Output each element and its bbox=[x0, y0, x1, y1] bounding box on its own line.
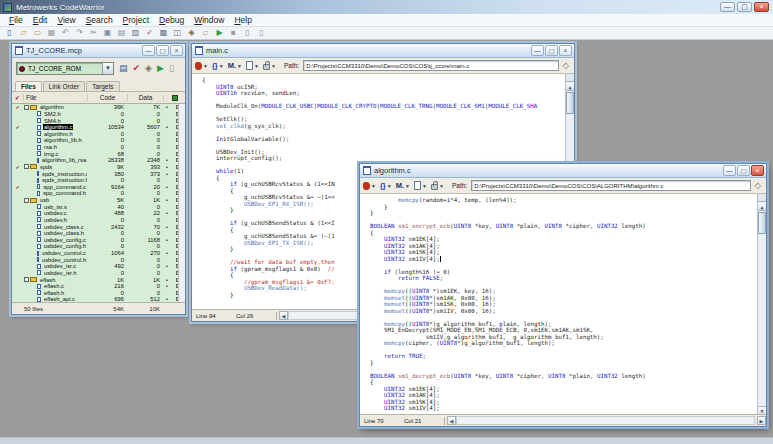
table-row[interactable]: usb_isr.s400 bbox=[12, 203, 185, 210]
dropdown-arrow-icon[interactable]: ▼ bbox=[102, 63, 113, 74]
algo-code-area[interactable]: memcpy(random+i*4, temp, (len%4)); }} BO… bbox=[360, 194, 766, 414]
check-syntax-icon[interactable]: ✓ bbox=[144, 28, 155, 38]
table-row[interactable]: spds_instruction.h00 bbox=[12, 177, 185, 184]
project-minimize-button[interactable]: — bbox=[142, 45, 155, 56]
table-row[interactable]: ✔-algorithm36K7K• bbox=[12, 104, 185, 111]
file-name[interactable]: rsa.h bbox=[43, 144, 58, 150]
table-row[interactable]: usbdev_config.c01168• bbox=[12, 237, 185, 244]
file-name[interactable]: usbdev.c bbox=[43, 210, 68, 216]
menu-search[interactable]: Search bbox=[81, 15, 118, 25]
file-name[interactable]: usbdev_config.h bbox=[43, 243, 87, 249]
target-dropdown[interactable]: TJ_CCORE_ROM ▼ bbox=[16, 62, 114, 75]
algo-close-button[interactable]: × bbox=[751, 165, 764, 176]
menu-project[interactable]: Project bbox=[118, 15, 154, 25]
table-row[interactable]: algorithm.h00 bbox=[12, 131, 185, 138]
function-popup[interactable]: ▼ bbox=[195, 62, 208, 70]
table-row[interactable]: rsa.h00 bbox=[12, 144, 185, 151]
file-name[interactable]: usbdev_class.h bbox=[43, 230, 85, 236]
make-icon[interactable]: ▩ bbox=[158, 28, 169, 38]
file-name[interactable]: spds_instruction.h bbox=[41, 177, 87, 183]
file-list-header[interactable]: ✔ File Code Data bbox=[12, 92, 185, 104]
menu-help[interactable]: Help bbox=[229, 15, 256, 25]
settings-icon[interactable]: ◈ bbox=[186, 28, 197, 38]
table-row[interactable]: ✔spp_command.c916420• bbox=[12, 184, 185, 191]
table-row[interactable]: eflash_api.c696512• bbox=[12, 296, 185, 302]
algo-path-field[interactable]: D:\Projects\CCM3310\Demo\DemoCOS\COS\ALG… bbox=[471, 180, 751, 191]
project-scrollbar[interactable] bbox=[178, 104, 185, 302]
file-name[interactable]: algorithm.c bbox=[43, 124, 73, 130]
menu-edit[interactable]: Edit bbox=[28, 15, 53, 25]
doc1-icon[interactable]: ▯ bbox=[242, 28, 253, 38]
run-icon[interactable]: ▶ bbox=[214, 28, 225, 38]
table-row[interactable]: -usb5K1K• bbox=[12, 197, 185, 204]
table-row[interactable]: SM2.h00 bbox=[12, 111, 185, 118]
window-icon[interactable]: ◫ bbox=[172, 28, 183, 38]
file-name[interactable]: spds_instruction.c bbox=[41, 171, 87, 177]
file-name[interactable]: spds bbox=[39, 164, 53, 170]
algo-hscroll-left-icon[interactable]: ◀ bbox=[447, 416, 456, 425]
file-name[interactable]: usbdev_control.h bbox=[41, 257, 87, 263]
table-row[interactable]: ✔algorithm.c105345607• bbox=[12, 124, 185, 131]
data-column-header[interactable]: Data bbox=[127, 94, 163, 101]
tab-targets[interactable]: Targets bbox=[86, 81, 119, 91]
check-syntax-icon[interactable]: ✔ bbox=[133, 63, 141, 74]
table-row[interactable]: usbdev_isr.h00 bbox=[12, 270, 185, 277]
main-hscroll-left-icon[interactable]: ◀ bbox=[279, 311, 288, 320]
file-name[interactable]: usbdev_config.c bbox=[43, 237, 87, 243]
table-row[interactable]: algorithm_lib.h00 bbox=[12, 137, 185, 144]
code-column-header[interactable]: Code bbox=[87, 94, 127, 101]
algo-maximize-button[interactable]: ▢ bbox=[737, 165, 750, 176]
algo-hscroll-right-icon[interactable]: ▶ bbox=[757, 416, 766, 425]
table-row[interactable]: -eflash1K1K• bbox=[12, 276, 185, 283]
main-minimize-button[interactable]: — bbox=[531, 45, 544, 56]
tab-files[interactable]: Files bbox=[15, 81, 42, 91]
main-path-field[interactable]: D:\Projects\CCM3310\Demo\DemoCOS\COS\tj_… bbox=[303, 60, 559, 71]
project-maximize-button[interactable]: ▢ bbox=[156, 45, 169, 56]
table-row[interactable]: usbdev_isr.c4920• bbox=[12, 263, 185, 270]
table-row[interactable]: SM4.h00 bbox=[12, 117, 185, 124]
menu-debug[interactable]: Debug bbox=[154, 15, 189, 25]
main-editor-title-bar[interactable]: main.c — ▢ × bbox=[192, 44, 574, 58]
file-name[interactable]: usb bbox=[39, 197, 50, 203]
run-icon[interactable]: ▶ bbox=[157, 63, 164, 74]
file-name[interactable]: eflash bbox=[39, 277, 56, 283]
copy-icon[interactable]: ▣ bbox=[102, 28, 113, 38]
table-row[interactable]: usbdev_class.c243270• bbox=[12, 223, 185, 230]
app-title-bar[interactable]: Metrowerks CodeWarrior — ▢ × bbox=[0, 0, 773, 14]
file-name[interactable]: spp_command.h bbox=[42, 190, 87, 196]
menu-view[interactable]: View bbox=[52, 15, 80, 25]
algo-minimize-button[interactable]: — bbox=[723, 165, 736, 176]
lock-popup[interactable]: ▼ bbox=[263, 61, 276, 70]
function-popup[interactable]: ▼ bbox=[363, 182, 376, 190]
project-close-button[interactable]: × bbox=[170, 45, 183, 56]
table-row[interactable]: usbdev_control.h00 bbox=[12, 256, 185, 263]
tab-link-order[interactable]: Link Order bbox=[43, 81, 85, 91]
project-title-bar[interactable]: TJ_CCORE.mcp — ▢ × bbox=[12, 44, 185, 58]
file-name[interactable]: SM2.h bbox=[43, 111, 62, 117]
algo-hscrollbar[interactable] bbox=[456, 416, 755, 425]
make-icon[interactable]: ◈ bbox=[145, 63, 152, 74]
undo-icon[interactable]: ↶ bbox=[60, 28, 71, 38]
table-row[interactable]: usbdev_config.h00 bbox=[12, 243, 185, 250]
table-row[interactable]: usbdev_control.c1064270• bbox=[12, 250, 185, 257]
document-popup[interactable]: ▼ bbox=[246, 61, 259, 70]
paste-icon[interactable]: ▤ bbox=[116, 28, 127, 38]
file-name[interactable]: usbdev_isr.h bbox=[43, 270, 78, 276]
table-row[interactable]: usbdev.c48822• bbox=[12, 210, 185, 217]
menu-file[interactable]: File bbox=[4, 15, 28, 25]
collapse-icon[interactable]: - bbox=[24, 198, 29, 203]
debug-icon[interactable]: ▯ bbox=[169, 63, 174, 74]
table-row[interactable]: spp_command.h00 bbox=[12, 190, 185, 197]
file-name[interactable]: spp_command.c bbox=[42, 184, 87, 190]
file-name[interactable]: usb_isr.s bbox=[43, 204, 68, 210]
synchronize-icon[interactable]: ▤ bbox=[119, 63, 128, 74]
file-name[interactable]: SM4.h bbox=[43, 118, 62, 124]
doc2-icon[interactable]: ▯ bbox=[256, 28, 267, 38]
app-close-button[interactable]: × bbox=[754, 2, 769, 12]
table-row[interactable]: usbdev.h00 bbox=[12, 217, 185, 224]
file-name[interactable]: usbdev_isr.c bbox=[43, 263, 77, 269]
save-icon[interactable]: ▦ bbox=[46, 28, 57, 38]
file-name[interactable]: eflash_api.c bbox=[43, 296, 76, 302]
table-row[interactable]: eflash.c2160• bbox=[12, 283, 185, 290]
file-name[interactable]: algorithm bbox=[39, 104, 65, 110]
